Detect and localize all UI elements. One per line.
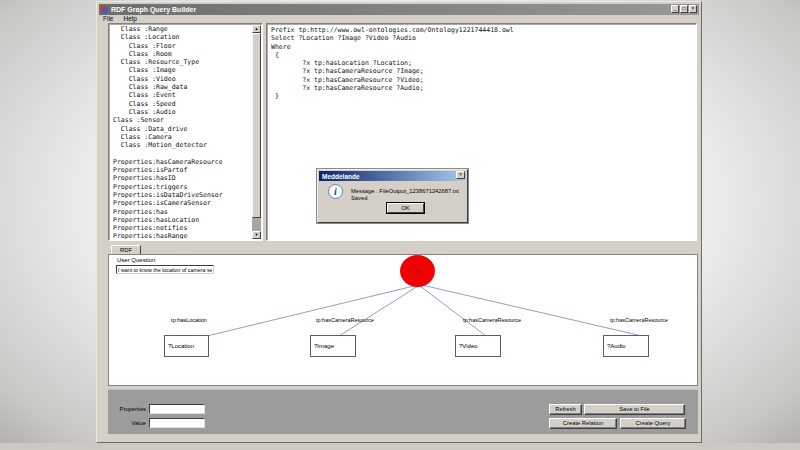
create-relation-button[interactable]: Create Relation — [549, 418, 617, 429]
minimize-button[interactable]: _ — [671, 5, 679, 13]
tree-item[interactable]: Properties:hasLocation — [113, 216, 251, 224]
query-line: Select ?Location ?Image ?Video ?Audio — [271, 34, 694, 42]
properties-label: Properties — [116, 406, 146, 412]
tree-item[interactable]: Class :Raw_data — [113, 83, 251, 91]
graph-node-audio[interactable]: ?Audio — [603, 335, 649, 357]
tree-scrollbar[interactable]: ▲ ▼ — [252, 25, 261, 239]
edge-label-hascameraresource-2: tp:hasCameraResource — [463, 317, 521, 323]
dialog-title: Meddelande — [322, 172, 360, 181]
refresh-button[interactable]: Refresh — [549, 404, 582, 415]
ok-button[interactable]: OK — [387, 203, 424, 213]
tree-item[interactable]: Class :Camera — [113, 133, 251, 141]
edge-label-hascameraresource-1: tp:hasCameraResource — [316, 317, 374, 323]
tree-item[interactable]: Class :Video — [113, 75, 251, 83]
properties-input[interactable] — [149, 404, 205, 414]
tree-item[interactable]: Class :Floor — [113, 42, 251, 50]
query-line: Where — [271, 43, 694, 51]
rdf-graph-canvas: User Question ?x tp:hasLocation tp:hasCa… — [108, 254, 698, 386]
tree-item[interactable] — [113, 149, 251, 157]
graph-node-video[interactable]: ?Video — [455, 335, 501, 357]
tree-item[interactable]: Properties:hasCameraResource — [113, 158, 251, 166]
scroll-up-icon[interactable]: ▲ — [252, 25, 261, 33]
scrollbar-thumb[interactable] — [252, 33, 261, 218]
tree-item[interactable]: Class :Room — [113, 50, 251, 58]
tree-item[interactable]: Class :Audio — [113, 108, 251, 116]
tree-item[interactable]: Properties:hasRange — [113, 232, 251, 239]
tree-item[interactable]: Class :Motion_detector — [113, 141, 251, 149]
value-input[interactable] — [149, 418, 205, 428]
controls-bar: Properties Value Refresh Save to File Cr… — [108, 389, 698, 434]
query-line: } — [271, 92, 694, 100]
window-title: RDF Graph Query Builder — [111, 5, 196, 15]
app-icon — [101, 6, 108, 13]
tree-item[interactable]: Properties:isDataDriveSensor — [113, 191, 251, 199]
tree-item[interactable]: Class :Speed — [113, 100, 251, 108]
class-tree-panel: Class :Range Class :Location Class :Floo… — [108, 23, 263, 241]
dialog-title-bar: Meddelande — [319, 171, 466, 181]
tree-item[interactable]: Class :Image — [113, 66, 251, 74]
title-bar: RDF Graph Query Builder _ □ × — [99, 4, 699, 15]
query-line: ?x tp:hasCameraResource ?Audio; — [271, 84, 694, 92]
save-to-file-button[interactable]: Save to File — [584, 404, 685, 415]
edge-label-hascameraresource-3: tp:hasCameraResource — [610, 317, 668, 323]
graph-node-x-label: ?x — [415, 268, 421, 274]
tree-item[interactable]: Properties:triggers — [113, 183, 251, 191]
menu-file[interactable]: File — [99, 15, 117, 23]
close-button[interactable]: × — [689, 5, 697, 13]
tree-item[interactable]: Properties:hasID — [113, 174, 251, 182]
query-line: { — [271, 51, 694, 59]
dialog-close-icon[interactable]: × — [456, 171, 465, 179]
create-query-button[interactable]: Create Query — [620, 418, 686, 429]
dialog-message: Message : FileOutput_1238671242687.txt S… — [351, 188, 465, 202]
query-line: Prefix tp:http://www.owl-ontologies.com/… — [271, 26, 694, 34]
tree-item[interactable]: Properties:isPartof — [113, 166, 251, 174]
tree-item[interactable]: Properties:isCameraSensor — [113, 199, 251, 207]
query-line: ?x tp:hasCameraResource ?Image; — [271, 67, 694, 75]
tree-item[interactable]: Class :Data_drive — [113, 125, 251, 133]
value-label: Value — [116, 420, 146, 426]
edge-label-haslocation: tp:hasLocation — [171, 317, 207, 323]
menu-bar: File Help — [99, 15, 141, 23]
tree-item[interactable]: Class :Sensor — [113, 116, 251, 124]
graph-node-location[interactable]: ?Location — [164, 335, 209, 357]
maximize-button[interactable]: □ — [680, 5, 688, 13]
tree-item[interactable]: Class :Location — [113, 33, 251, 41]
scroll-down-icon[interactable]: ▼ — [252, 231, 261, 239]
query-line: ?x tp:hasLocation ?Location; — [271, 59, 694, 67]
graph-node-image[interactable]: ?Image — [310, 335, 356, 357]
tree-item[interactable]: Properties:has — [113, 208, 251, 216]
tree-item[interactable]: Class :Range — [113, 25, 251, 33]
query-line: ?x tp:hasCameraResource ?Video; — [271, 76, 694, 84]
message-dialog: Meddelande × i Message : FileOutput_1238… — [317, 169, 468, 223]
tree-item[interactable]: Class :Resource_Type — [113, 58, 251, 66]
tree-item[interactable]: Properties:notifies — [113, 224, 251, 232]
app-window: RDF Graph Query Builder _ □ × File Help … — [96, 1, 702, 443]
menu-help[interactable]: Help — [119, 15, 140, 23]
class-tree-list: Class :Range Class :Location Class :Floo… — [113, 25, 251, 239]
tree-item[interactable]: Class :Event — [113, 91, 251, 99]
info-icon: i — [328, 184, 343, 199]
graph-node-x[interactable]: ?x — [400, 255, 435, 287]
desktop-lower-strip — [0, 443, 800, 450]
